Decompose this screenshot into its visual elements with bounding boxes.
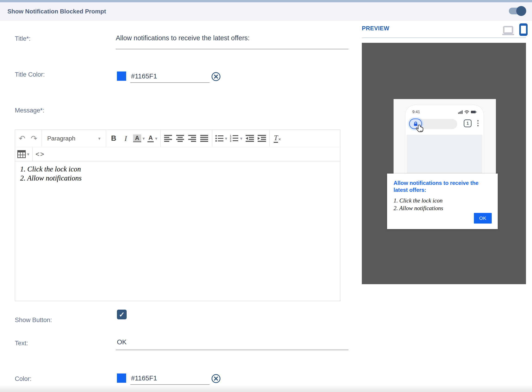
toolbar-separator bbox=[160, 130, 161, 147]
italic-button[interactable]: I bbox=[120, 132, 132, 145]
title-color-underline bbox=[130, 82, 210, 83]
numbered-list-button[interactable]: 1 2 3 ▾ bbox=[229, 132, 244, 145]
paragraph-format-label: Paragraph bbox=[47, 135, 75, 142]
editor-toolbar-row-1: ↶ ↷ Paragraph ▾ B I A ▾ A ▾ bbox=[15, 130, 340, 147]
title-input[interactable]: Allow notifications to receive the lates… bbox=[116, 34, 250, 42]
toolbar-separator bbox=[106, 130, 106, 147]
title-label: Title*: bbox=[15, 35, 31, 42]
laptop-icon bbox=[502, 26, 514, 36]
toolbar-separator bbox=[269, 130, 270, 147]
button-color-swatch[interactable] bbox=[117, 373, 126, 383]
indent-button[interactable] bbox=[256, 132, 268, 145]
align-left-button[interactable] bbox=[162, 132, 174, 145]
bullet-list-button[interactable]: ▾ bbox=[214, 132, 229, 145]
indent-icon bbox=[257, 135, 266, 142]
clear-formatting-icon: T bbox=[274, 134, 278, 143]
prompt-enabled-toggle[interactable] bbox=[509, 8, 526, 14]
cellular-signal-icon bbox=[458, 110, 463, 114]
title-input-underline bbox=[116, 49, 348, 49]
title-color-label: Title Color: bbox=[15, 71, 45, 78]
prompt-dialog-ok-button: OK bbox=[474, 213, 492, 224]
editor-toolbar-row-2: ▾ <> bbox=[15, 147, 340, 161]
redo-icon: ↷ bbox=[31, 135, 38, 142]
tab-counter: 1 bbox=[464, 119, 471, 127]
mobile-preview-button[interactable] bbox=[519, 23, 528, 37]
table-icon bbox=[17, 150, 26, 158]
outdent-button[interactable] bbox=[244, 132, 256, 145]
chevron-down-icon: ▾ bbox=[240, 136, 242, 141]
wifi-icon bbox=[464, 110, 469, 114]
clear-circle-icon bbox=[211, 373, 221, 384]
bullet-list-icon bbox=[215, 135, 224, 142]
align-right-button[interactable] bbox=[186, 132, 198, 145]
browser-address-bar bbox=[410, 119, 457, 129]
button-text-label: Text: bbox=[15, 340, 28, 347]
show-button-label: Show Button: bbox=[15, 317, 52, 324]
table-button[interactable]: ▾ bbox=[16, 148, 31, 161]
message-line: 1. Click the lock icon bbox=[20, 164, 335, 173]
message-label: Message*: bbox=[15, 107, 44, 114]
svg-text:3: 3 bbox=[230, 140, 231, 142]
button-text-input[interactable]: OK bbox=[117, 338, 127, 346]
prompt-dialog-preview: Allow notifications to receive the lates… bbox=[387, 173, 498, 229]
notification-blocked-prompt-panel: Show Notification Blocked Prompt Title*:… bbox=[0, 0, 532, 392]
paragraph-format-select[interactable]: Paragraph ▾ bbox=[43, 132, 104, 145]
status-icons bbox=[458, 110, 477, 114]
chevron-down-icon: ▾ bbox=[143, 136, 145, 141]
align-center-button[interactable] bbox=[174, 132, 186, 145]
align-left-icon bbox=[164, 135, 173, 142]
toolbar-separator bbox=[212, 130, 212, 147]
check-icon: ✓ bbox=[119, 311, 125, 319]
bold-icon: B bbox=[111, 134, 116, 143]
clear-circle-icon bbox=[211, 71, 221, 82]
browser-menu-icon bbox=[477, 120, 479, 126]
toolbar-separator bbox=[42, 130, 42, 147]
background-color-button[interactable]: A ▾ bbox=[132, 132, 146, 145]
phone-status-bar: 9:41 bbox=[405, 105, 484, 114]
title-color-clear-button[interactable] bbox=[211, 71, 221, 82]
panel-title: Show Notification Blocked Prompt bbox=[7, 8, 106, 15]
clear-formatting-button[interactable]: T × bbox=[271, 132, 283, 145]
tab-count: 1 bbox=[466, 121, 469, 126]
justify-button[interactable] bbox=[198, 132, 210, 145]
show-button-checkbox[interactable]: ✓ bbox=[117, 310, 127, 319]
button-text-underline bbox=[116, 350, 348, 350]
prompt-dialog-line: 2. Allow notifications bbox=[394, 204, 491, 212]
title-color-input[interactable]: #1165F1 bbox=[131, 72, 157, 80]
undo-button[interactable]: ↶ bbox=[16, 132, 28, 145]
background-color-icon: A bbox=[133, 135, 141, 143]
button-color-underline bbox=[130, 384, 210, 385]
source-code-icon: <> bbox=[36, 150, 45, 158]
italic-icon: I bbox=[125, 134, 127, 143]
button-color-input[interactable]: #1165F1 bbox=[131, 374, 157, 382]
align-center-icon bbox=[176, 135, 184, 142]
title-color-swatch[interactable] bbox=[117, 71, 126, 81]
prompt-dialog-line: 1. Click the lock icon bbox=[394, 197, 491, 204]
source-code-button[interactable]: <> bbox=[34, 148, 46, 161]
toolbar-separator bbox=[33, 147, 33, 161]
panel-header: Show Notification Blocked Prompt bbox=[0, 2, 532, 21]
message-editor-content[interactable]: 1. Click the lock icon 2. Allow notifica… bbox=[15, 161, 340, 300]
preview-heading: PREVIEW bbox=[362, 25, 389, 32]
text-color-button[interactable]: A ▾ bbox=[146, 132, 159, 145]
preview-canvas: 9:41 bbox=[362, 43, 526, 284]
chevron-down-icon: ▾ bbox=[98, 136, 100, 141]
bold-button[interactable]: B bbox=[108, 132, 120, 145]
redo-button[interactable]: ↷ bbox=[28, 132, 40, 145]
align-right-icon bbox=[188, 135, 197, 142]
chevron-down-icon: ▾ bbox=[27, 152, 29, 157]
battery-icon bbox=[471, 110, 477, 114]
desktop-preview-button[interactable] bbox=[502, 26, 514, 37]
smartphone-icon bbox=[519, 23, 528, 36]
hand-cursor-icon bbox=[415, 124, 425, 135]
button-color-clear-button[interactable] bbox=[211, 373, 221, 384]
bottom-shadow bbox=[0, 385, 532, 392]
numbered-list-icon: 1 2 3 bbox=[230, 135, 239, 142]
justify-icon bbox=[200, 135, 209, 142]
panel-top-border bbox=[0, 0, 532, 2]
message-line: 2. Allow notifications bbox=[20, 173, 335, 182]
message-rich-text-editor: ↶ ↷ Paragraph ▾ B I A ▾ A ▾ bbox=[15, 130, 340, 301]
toggle-knob bbox=[516, 6, 526, 16]
text-color-icon: A bbox=[147, 135, 154, 143]
outdent-icon bbox=[245, 135, 254, 142]
